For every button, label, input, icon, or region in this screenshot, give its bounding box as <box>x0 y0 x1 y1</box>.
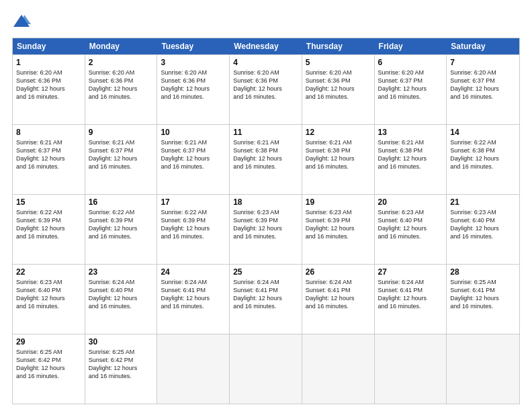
day-cell-9: 9Sunrise: 6:21 AMSunset: 6:37 PMDaylight… <box>85 125 158 194</box>
day-info: Sunrise: 6:20 AMSunset: 6:36 PMDaylight:… <box>161 68 226 101</box>
day-cell-19: 19Sunrise: 6:23 AMSunset: 6:39 PMDayligh… <box>302 195 375 264</box>
calendar-body: 1Sunrise: 6:20 AMSunset: 6:36 PMDaylight… <box>13 54 519 404</box>
day-number: 3 <box>161 58 226 67</box>
calendar-row-0: 1Sunrise: 6:20 AMSunset: 6:36 PMDaylight… <box>13 54 519 124</box>
day-info: Sunrise: 6:25 AMSunset: 6:42 PMDaylight:… <box>16 348 81 381</box>
day-cell-20: 20Sunrise: 6:23 AMSunset: 6:40 PMDayligh… <box>375 195 447 264</box>
day-cell-14: 14Sunrise: 6:22 AMSunset: 6:38 PMDayligh… <box>447 125 519 194</box>
day-info: Sunrise: 6:21 AMSunset: 6:38 PMDaylight:… <box>233 138 298 171</box>
day-info: Sunrise: 6:21 AMSunset: 6:38 PMDaylight:… <box>306 138 371 171</box>
empty-cell <box>230 334 302 404</box>
calendar: SundayMondayTuesdayWednesdayThursdayFrid… <box>12 38 520 404</box>
header-day-monday: Monday <box>85 38 158 54</box>
day-info: Sunrise: 6:25 AMSunset: 6:42 PMDaylight:… <box>89 348 154 381</box>
empty-cell <box>447 334 519 404</box>
day-cell-25: 25Sunrise: 6:24 AMSunset: 6:41 PMDayligh… <box>230 265 302 334</box>
day-number: 27 <box>378 267 443 277</box>
empty-cell <box>302 334 375 404</box>
day-number: 9 <box>89 128 154 137</box>
day-number: 2 <box>89 58 154 67</box>
day-info: Sunrise: 6:23 AMSunset: 6:39 PMDaylight:… <box>233 208 298 241</box>
day-cell-8: 8Sunrise: 6:21 AMSunset: 6:37 PMDaylight… <box>13 125 85 194</box>
day-info: Sunrise: 6:20 AMSunset: 6:36 PMDaylight:… <box>306 68 371 101</box>
day-number: 4 <box>233 58 298 67</box>
day-info: Sunrise: 6:21 AMSunset: 6:37 PMDaylight:… <box>89 138 154 171</box>
header-day-sunday: Sunday <box>13 38 85 54</box>
day-number: 16 <box>89 197 154 207</box>
day-cell-23: 23Sunrise: 6:24 AMSunset: 6:40 PMDayligh… <box>85 265 158 334</box>
day-cell-30: 30Sunrise: 6:25 AMSunset: 6:42 PMDayligh… <box>85 334 158 404</box>
day-number: 14 <box>450 128 516 137</box>
calendar-row-3: 22Sunrise: 6:23 AMSunset: 6:40 PMDayligh… <box>13 264 519 334</box>
day-info: Sunrise: 6:20 AMSunset: 6:36 PMDaylight:… <box>16 68 81 101</box>
day-number: 12 <box>306 128 371 137</box>
day-number: 8 <box>16 128 81 137</box>
day-info: Sunrise: 6:24 AMSunset: 6:41 PMDaylight:… <box>161 278 226 311</box>
day-number: 19 <box>306 197 371 207</box>
header-day-wednesday: Wednesday <box>230 38 302 54</box>
day-number: 11 <box>233 128 298 137</box>
day-number: 22 <box>16 267 81 277</box>
day-number: 13 <box>378 128 443 137</box>
day-info: Sunrise: 6:22 AMSunset: 6:39 PMDaylight:… <box>16 208 81 241</box>
day-number: 26 <box>306 267 371 277</box>
day-number: 5 <box>306 58 371 67</box>
empty-cell <box>157 334 230 404</box>
day-info: Sunrise: 6:23 AMSunset: 6:39 PMDaylight:… <box>306 208 371 241</box>
day-info: Sunrise: 6:20 AMSunset: 6:36 PMDaylight:… <box>89 68 154 101</box>
day-cell-18: 18Sunrise: 6:23 AMSunset: 6:39 PMDayligh… <box>230 195 302 264</box>
day-cell-24: 24Sunrise: 6:24 AMSunset: 6:41 PMDayligh… <box>157 265 230 334</box>
day-cell-29: 29Sunrise: 6:25 AMSunset: 6:42 PMDayligh… <box>13 334 85 404</box>
day-number: 23 <box>89 267 154 277</box>
day-number: 15 <box>16 197 81 207</box>
day-info: Sunrise: 6:20 AMSunset: 6:37 PMDaylight:… <box>450 68 516 101</box>
header <box>12 12 520 31</box>
day-cell-6: 6Sunrise: 6:20 AMSunset: 6:37 PMDaylight… <box>375 55 447 124</box>
day-number: 25 <box>233 267 298 277</box>
svg-marker-1 <box>21 15 31 24</box>
day-cell-12: 12Sunrise: 6:21 AMSunset: 6:38 PMDayligh… <box>302 125 375 194</box>
header-day-friday: Friday <box>375 38 447 54</box>
calendar-row-2: 15Sunrise: 6:22 AMSunset: 6:39 PMDayligh… <box>13 194 519 264</box>
day-info: Sunrise: 6:23 AMSunset: 6:40 PMDaylight:… <box>16 278 81 311</box>
day-cell-27: 27Sunrise: 6:24 AMSunset: 6:41 PMDayligh… <box>375 265 447 334</box>
header-day-thursday: Thursday <box>302 38 375 54</box>
calendar-row-4: 29Sunrise: 6:25 AMSunset: 6:42 PMDayligh… <box>13 334 519 404</box>
day-number: 1 <box>16 58 81 67</box>
calendar-row-1: 8Sunrise: 6:21 AMSunset: 6:37 PMDaylight… <box>13 124 519 194</box>
day-info: Sunrise: 6:24 AMSunset: 6:40 PMDaylight:… <box>89 278 154 311</box>
day-cell-4: 4Sunrise: 6:20 AMSunset: 6:36 PMDaylight… <box>230 55 302 124</box>
day-number: 7 <box>450 58 516 67</box>
day-cell-7: 7Sunrise: 6:20 AMSunset: 6:37 PMDaylight… <box>447 55 519 124</box>
day-cell-16: 16Sunrise: 6:22 AMSunset: 6:39 PMDayligh… <box>85 195 158 264</box>
day-cell-28: 28Sunrise: 6:25 AMSunset: 6:41 PMDayligh… <box>447 265 519 334</box>
day-number: 30 <box>89 337 154 347</box>
logo-icon <box>12 12 31 31</box>
day-cell-22: 22Sunrise: 6:23 AMSunset: 6:40 PMDayligh… <box>13 265 85 334</box>
day-info: Sunrise: 6:22 AMSunset: 6:38 PMDaylight:… <box>450 138 516 171</box>
day-number: 24 <box>161 267 226 277</box>
day-number: 6 <box>378 58 443 67</box>
day-info: Sunrise: 6:21 AMSunset: 6:38 PMDaylight:… <box>378 138 443 171</box>
day-cell-26: 26Sunrise: 6:24 AMSunset: 6:41 PMDayligh… <box>302 265 375 334</box>
day-cell-17: 17Sunrise: 6:22 AMSunset: 6:39 PMDayligh… <box>157 195 230 264</box>
day-cell-3: 3Sunrise: 6:20 AMSunset: 6:36 PMDaylight… <box>157 55 230 124</box>
day-info: Sunrise: 6:24 AMSunset: 6:41 PMDaylight:… <box>233 278 298 311</box>
day-cell-2: 2Sunrise: 6:20 AMSunset: 6:36 PMDaylight… <box>85 55 158 124</box>
day-info: Sunrise: 6:23 AMSunset: 6:40 PMDaylight:… <box>378 208 443 241</box>
day-info: Sunrise: 6:24 AMSunset: 6:41 PMDaylight:… <box>378 278 443 311</box>
calendar-header: SundayMondayTuesdayWednesdayThursdayFrid… <box>13 38 519 54</box>
day-info: Sunrise: 6:23 AMSunset: 6:40 PMDaylight:… <box>450 208 516 241</box>
day-number: 21 <box>450 197 516 207</box>
day-info: Sunrise: 6:20 AMSunset: 6:37 PMDaylight:… <box>378 68 443 101</box>
day-number: 18 <box>233 197 298 207</box>
day-info: Sunrise: 6:25 AMSunset: 6:41 PMDaylight:… <box>450 278 516 311</box>
header-day-tuesday: Tuesday <box>157 38 230 54</box>
day-number: 29 <box>16 337 81 347</box>
day-number: 28 <box>450 267 516 277</box>
day-info: Sunrise: 6:21 AMSunset: 6:37 PMDaylight:… <box>16 138 81 171</box>
day-cell-1: 1Sunrise: 6:20 AMSunset: 6:36 PMDaylight… <box>13 55 85 124</box>
header-day-saturday: Saturday <box>447 38 519 54</box>
day-cell-13: 13Sunrise: 6:21 AMSunset: 6:38 PMDayligh… <box>375 125 447 194</box>
page: SundayMondayTuesdayWednesdayThursdayFrid… <box>0 0 532 411</box>
